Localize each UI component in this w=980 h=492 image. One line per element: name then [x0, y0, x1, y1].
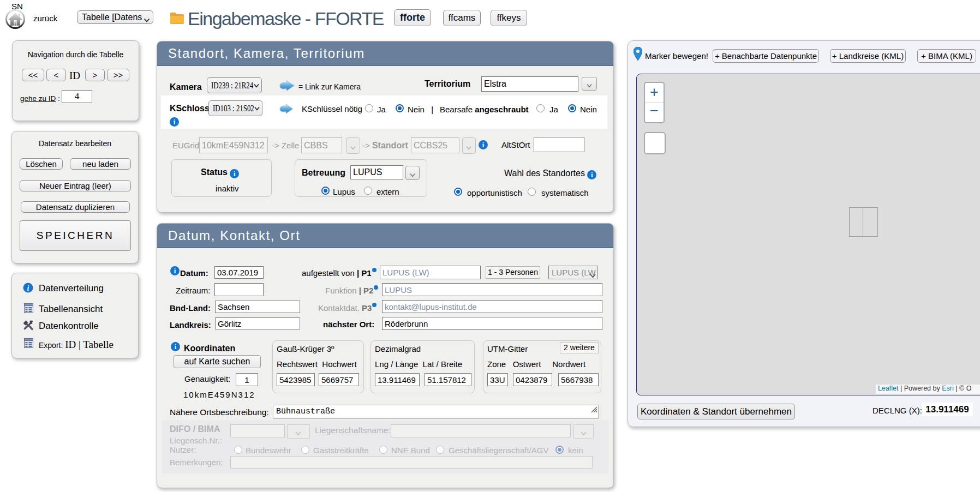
- svg-text:i: i: [27, 284, 29, 292]
